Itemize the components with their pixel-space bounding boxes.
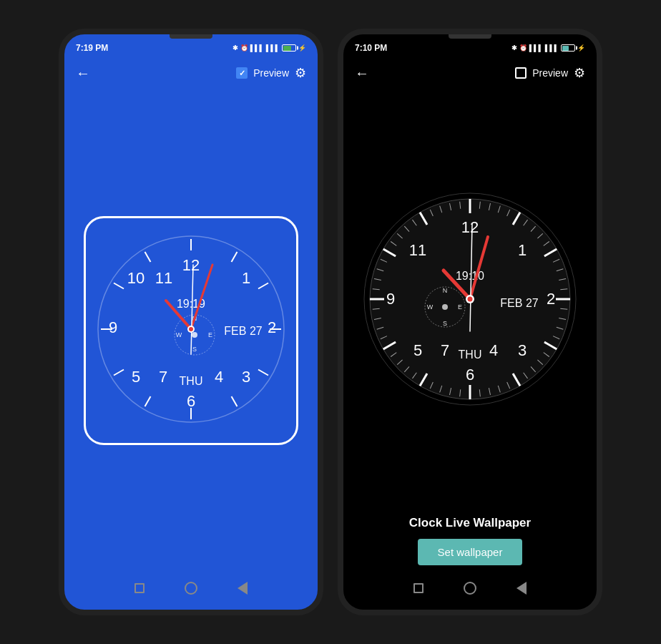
svg-text:19:10: 19:10 <box>456 270 484 282</box>
battery-icon-blue <box>282 44 296 52</box>
svg-text:THU: THU <box>180 375 203 387</box>
svg-point-28 <box>192 332 197 338</box>
bottom-bar-blue <box>64 572 318 610</box>
clock-widget-blue: 12 1 2 3 6 5 9 10 11 4 7 19:19 FEB 27 <box>84 216 298 445</box>
preview-label-blue: Preview <box>253 67 289 79</box>
charge-icon: ⚡ <box>298 44 306 52</box>
clock-container-blue: 12 1 2 3 6 5 9 10 11 4 7 19:19 FEB 27 <box>64 89 318 572</box>
svg-line-6 <box>232 396 238 406</box>
settings-button-black[interactable]: ⚙ <box>574 65 585 81</box>
preview-section-blue: Preview ⚙ <box>236 65 306 81</box>
phone-blue: 7:19 PM ✱ ⏰ ▌▌▌ ▌▌▌ ⚡ ← Preview ⚙ <box>59 29 323 615</box>
svg-line-8 <box>145 396 151 406</box>
status-icons-blue: ✱ ⏰ ▌▌▌ ▌▌▌ ⚡ <box>232 44 306 52</box>
battery-fill-black <box>562 46 569 51</box>
alarm-icon-black: ⏰ <box>519 44 527 52</box>
clock-svg-black: 12 1 2 3 6 5 9 11 4 7 19:10 FEB 27 THU <box>359 188 581 410</box>
svg-text:S: S <box>192 346 197 353</box>
bluetooth-icon: ✱ <box>232 44 238 52</box>
svg-text:12: 12 <box>182 256 200 274</box>
preview-checkbox-black[interactable] <box>515 67 527 79</box>
preview-checkbox-blue[interactable] <box>236 67 248 79</box>
settings-button-blue[interactable]: ⚙ <box>295 65 306 81</box>
svg-text:6: 6 <box>466 366 474 384</box>
charge-icon-black: ⚡ <box>577 44 585 52</box>
wallpaper-info: Clock Live Wallpaper Set wallpaper <box>343 509 597 572</box>
svg-text:1: 1 <box>518 241 527 259</box>
back-button-blue[interactable]: ← <box>76 65 90 82</box>
svg-text:7: 7 <box>441 341 449 359</box>
svg-text:E: E <box>208 331 212 338</box>
nav-back-black[interactable] <box>514 580 529 596</box>
svg-text:1: 1 <box>242 269 250 287</box>
svg-text:11: 11 <box>155 269 172 287</box>
svg-text:THU: THU <box>459 348 482 361</box>
back-button-black[interactable]: ← <box>355 65 369 82</box>
signal-icon: ▌▌▌ <box>250 44 264 52</box>
set-wallpaper-button[interactable]: Set wallpaper <box>418 539 523 565</box>
wallpaper-title: Clock Live Wallpaper <box>409 516 531 530</box>
svg-text:3: 3 <box>242 368 250 386</box>
preview-section-black: Preview ⚙ <box>515 65 585 81</box>
svg-text:4: 4 <box>489 341 498 359</box>
wifi-icon: ▌▌▌ <box>266 44 280 52</box>
svg-text:E: E <box>458 303 462 311</box>
status-time-black: 7:10 PM <box>355 43 387 53</box>
svg-text:9: 9 <box>386 290 395 308</box>
svg-text:7: 7 <box>159 368 167 386</box>
svg-text:12: 12 <box>461 218 479 236</box>
svg-point-123 <box>468 296 473 301</box>
svg-text:4: 4 <box>215 368 223 386</box>
svg-text:9: 9 <box>109 318 117 336</box>
signal-icon-black: ▌▌▌ <box>529 44 543 52</box>
toolbar-blue: ← Preview ⚙ <box>64 57 318 89</box>
svg-line-12 <box>145 252 151 262</box>
svg-text:10: 10 <box>127 269 145 287</box>
nav-square-blue[interactable] <box>132 580 147 596</box>
nav-back-blue[interactable] <box>235 580 250 596</box>
clock-svg-blue: 12 1 2 3 6 5 9 10 11 4 7 19:19 FEB 27 <box>87 222 295 440</box>
svg-text:5: 5 <box>132 368 140 386</box>
svg-line-9 <box>114 369 124 375</box>
svg-text:2: 2 <box>547 290 555 308</box>
svg-text:FEB 27: FEB 27 <box>224 325 262 337</box>
status-time-blue: 7:19 PM <box>76 43 108 53</box>
svg-text:11: 11 <box>409 241 426 259</box>
svg-point-37 <box>189 327 193 331</box>
toolbar-black: ← Preview ⚙ <box>343 57 597 89</box>
clock-container-black: 12 1 2 3 6 5 9 11 4 7 19:10 FEB 27 THU <box>343 89 597 509</box>
svg-line-5 <box>258 369 268 375</box>
nav-home-blue[interactable] <box>183 580 199 596</box>
battery-icon-black <box>561 44 575 52</box>
status-icons-black: ✱ ⏰ ▌▌▌ ▌▌▌ ⚡ <box>511 44 585 52</box>
phones-container: 7:19 PM ✱ ⏰ ▌▌▌ ▌▌▌ ⚡ ← Preview ⚙ <box>59 29 602 615</box>
svg-text:W: W <box>176 331 182 338</box>
svg-line-3 <box>258 283 268 288</box>
svg-line-34 <box>191 265 212 329</box>
svg-text:3: 3 <box>518 341 527 359</box>
nav-square-black[interactable] <box>411 580 426 596</box>
phone-notch-blue <box>170 34 212 39</box>
svg-text:5: 5 <box>413 341 422 359</box>
phone-black: 7:10 PM ✱ ⏰ ▌▌▌ ▌▌▌ ⚡ ← Preview ⚙ <box>338 29 602 615</box>
svg-point-114 <box>442 304 448 310</box>
alarm-icon: ⏰ <box>240 44 248 52</box>
wifi-icon-black: ▌▌▌ <box>545 44 559 52</box>
svg-text:FEB 27: FEB 27 <box>500 297 538 309</box>
svg-text:N: N <box>443 287 448 294</box>
svg-text:W: W <box>427 303 434 311</box>
svg-text:2: 2 <box>268 318 276 336</box>
bluetooth-icon-black: ✱ <box>511 44 517 52</box>
svg-line-2 <box>232 252 238 262</box>
bottom-bar-black <box>343 572 597 610</box>
svg-line-11 <box>114 283 124 288</box>
nav-home-black[interactable] <box>462 580 478 596</box>
battery-fill-blue <box>283 46 291 51</box>
svg-text:S: S <box>443 320 447 327</box>
preview-label-black: Preview <box>532 67 568 79</box>
phone-notch-black <box>449 34 491 39</box>
svg-text:6: 6 <box>187 392 195 410</box>
